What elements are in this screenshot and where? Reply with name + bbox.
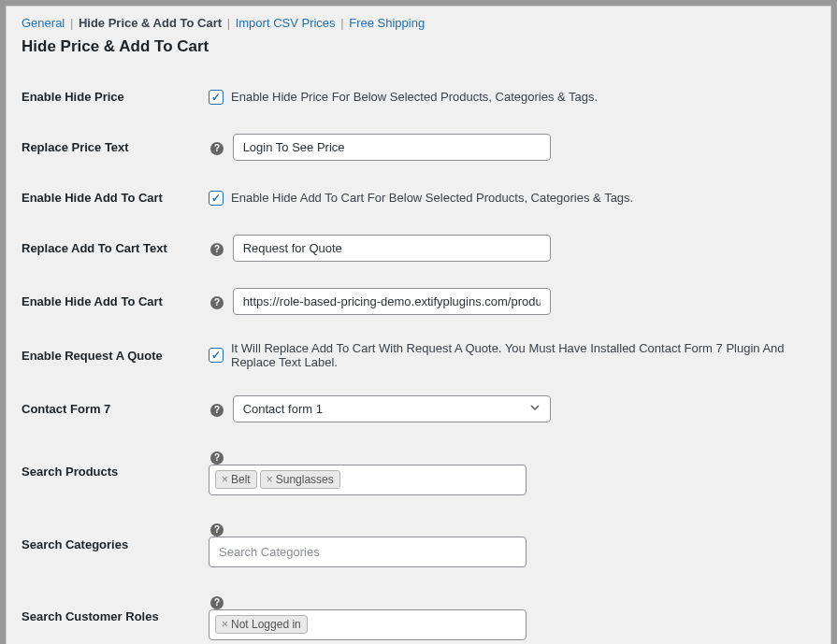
checkbox-enable-rfq[interactable] [209,348,224,363]
label-enable-hide-atc: Enable Hide Add To Cart [22,174,209,222]
label-contact-form7: Contact Form 7 [22,382,209,436]
label-search-products: Search Products [22,436,209,508]
tag-input[interactable] [310,618,520,632]
tagbox-search-categories[interactable]: Search Categories [209,537,527,567]
desc-enable-hide-price: Enable Hide Price For Below Selected Pro… [231,90,598,104]
label-replace-price-text: Replace Price Text [22,121,209,174]
select-value: Contact form 1 [243,402,323,416]
help-icon[interactable]: ? [210,404,224,417]
remove-tag-icon[interactable]: × [222,618,228,631]
help-icon[interactable]: ? [210,142,224,155]
chevron-down-icon [529,402,541,416]
tag-item: ×Sunglasses [260,470,340,489]
label-replace-atc-text: Replace Add To Cart Text [22,222,209,275]
select-contact-form7[interactable]: Contact form 1 [233,395,551,422]
tab-free-shipping[interactable]: Free Shipping [349,16,425,30]
label-search-roles: Search Customer Roles [22,580,209,644]
desc-enable-rfq: It Will Replace Add To Cart With Request… [231,341,815,369]
tab-import-csv[interactable]: Import CSV Prices [236,16,336,30]
desc-enable-hide-atc: Enable Hide Add To Cart For Below Select… [231,191,633,205]
tab-hide-price[interactable]: Hide Price & Add To Cart [79,16,222,30]
tab-nav: General | Hide Price & Add To Cart | Imp… [22,16,815,30]
label-search-categories: Search Categories [22,508,209,581]
label-atc-url: Enable Hide Add To Cart [22,275,209,328]
separator: | [227,16,230,30]
tagbox-search-products[interactable]: ×Belt ×Sunglasses [209,465,527,495]
help-icon[interactable]: ? [210,596,224,609]
separator: | [70,16,73,30]
settings-form: Enable Hide Price Enable Hide Price For … [22,73,815,644]
tag-item: ×Not Logged in [215,615,308,634]
page-title: Hide Price & Add To Cart [22,37,815,56]
help-icon[interactable]: ? [210,296,224,309]
help-icon[interactable]: ? [210,451,224,465]
tag-input[interactable] [343,473,520,487]
label-enable-hide-price: Enable Hide Price [22,73,209,121]
label-enable-rfq: Enable Request A Quote [22,328,209,382]
help-icon[interactable]: ? [210,243,224,256]
input-replace-price-text[interactable] [233,134,551,161]
placeholder: Search Categories [215,545,320,559]
input-replace-atc-text[interactable] [233,235,551,262]
tab-general[interactable]: General [22,16,65,30]
input-atc-url[interactable] [233,288,551,315]
tag-item: ×Belt [215,470,257,489]
separator: | [340,16,343,30]
help-icon[interactable]: ? [210,523,224,537]
remove-tag-icon[interactable]: × [222,473,228,486]
checkbox-enable-hide-price[interactable] [209,90,224,105]
remove-tag-icon[interactable]: × [267,473,273,486]
tagbox-search-roles[interactable]: ×Not Logged in [209,609,527,640]
checkbox-enable-hide-atc[interactable] [209,191,224,206]
settings-wrap: General | Hide Price & Add To Cart | Imp… [6,6,831,644]
